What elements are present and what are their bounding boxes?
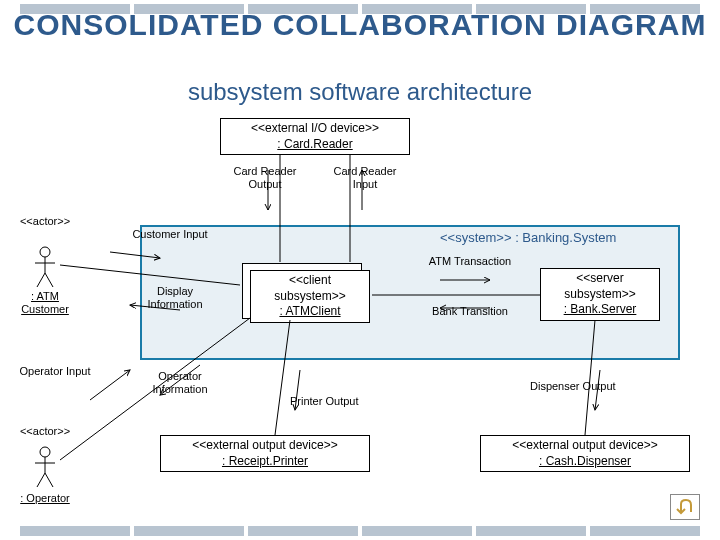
bank-transition-label: Bank Transition [425,305,515,318]
cash-dispenser-box: <<external output device>> : Cash.Dispen… [480,435,690,472]
atm-client-name: : ATMClient [255,304,365,320]
card-reader-box: <<external I/O device>> : Card.Reader [220,118,410,155]
operator-name-label: : Operator [10,492,80,505]
atm-transaction-label: ATM Transaction [420,255,520,268]
receipt-printer-stereotype: <<external output device>> [165,438,365,454]
card-reader-input-label: Card Reader Input [330,165,400,191]
receipt-printer-box: <<external output device>> : Receipt.Pri… [160,435,370,472]
svg-line-3 [37,273,45,287]
svg-point-5 [40,447,50,457]
cash-dispenser-stereotype: <<external output device>> [485,438,685,454]
printer-output-label: Printer Output [290,395,410,408]
actor-operator-icon [30,445,60,490]
bank-server-stereotype: <<server subsystem>> [545,271,655,302]
card-reader-output-label: Card Reader Output [230,165,300,191]
svg-line-18 [90,370,130,400]
actor-atm-customer-icon [30,245,60,290]
receipt-printer-name: : Receipt.Printer [165,454,365,470]
display-info-label: Display Information [130,285,220,311]
card-reader-name: : Card.Reader [225,137,405,153]
banking-system-label: <<system>> : Banking.System [440,230,670,246]
operator-info-label: Operator Information [135,370,225,396]
bank-server-box: <<server subsystem>> : Bank.Server [540,268,660,321]
u-turn-icon [675,498,695,516]
atm-client-box: <<client subsystem>> : ATMClient [250,270,370,323]
operator-input-label: Operator Input [15,365,95,378]
atm-customer-label: : ATM Customer [10,290,80,316]
actor-bot-label: <<actor>> [15,425,75,438]
actor-top-label: <<actor>> [15,215,75,228]
back-button[interactable] [670,494,700,520]
customer-input-label: Customer Input [130,228,210,241]
bottom-stripes [0,526,720,536]
svg-line-9 [45,473,53,487]
svg-point-0 [40,247,50,257]
svg-line-4 [45,273,53,287]
card-reader-stereotype: <<external I/O device>> [225,121,405,137]
bank-server-name: : Bank.Server [545,302,655,318]
svg-line-8 [37,473,45,487]
subtitle: subsystem software architecture [0,78,720,106]
cash-dispenser-name: : Cash.Dispenser [485,454,685,470]
atm-client-stereotype: <<client subsystem>> [255,273,365,304]
dispenser-output-label: Dispenser Output [530,380,660,393]
title: CONSOLIDATED COLLABORATION DIAGRAM [0,8,720,42]
